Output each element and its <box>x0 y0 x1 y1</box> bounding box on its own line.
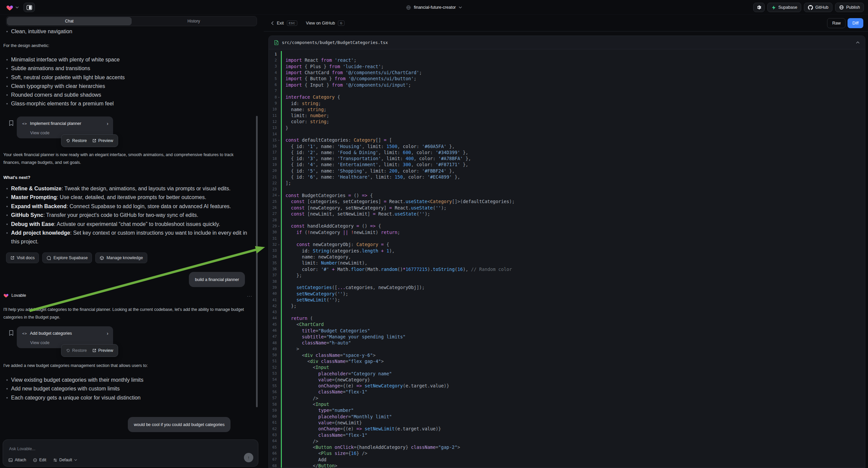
mode-selector[interactable]: Default <box>53 458 77 462</box>
whats-next-heading: What's next? <box>3 175 254 180</box>
code-line: 25 const [categories, setCategories] = R… <box>269 198 865 204</box>
view-on-github-button[interactable]: View on GitHub <box>306 21 335 26</box>
publish-globe-icon <box>839 5 844 10</box>
code-line: 41 setNewLimit(''); <box>269 297 865 303</box>
diff-added-bar <box>281 340 282 346</box>
code-line: 3import { Plus } from 'lucide-react'; <box>269 63 865 69</box>
code-line: 13} <box>269 125 865 131</box>
esc-shortcut-badge: ESC <box>287 21 297 26</box>
code-icon: <> <box>22 331 27 336</box>
diff-added-bar <box>281 204 282 210</box>
g-shortcut-badge: G <box>338 21 344 26</box>
list-item: Expand with Backend: Connect Supabase to… <box>3 202 249 211</box>
diff-added-bar <box>281 186 282 193</box>
diff-added-bar <box>281 260 282 266</box>
bookmark-icon[interactable] <box>9 120 14 126</box>
preview-button[interactable]: Preview <box>92 348 113 353</box>
user-message: would be cool if you could add budget ca… <box>128 417 230 432</box>
exit-button[interactable]: Exit <box>277 21 284 26</box>
list-item: Add project knowledge: Set key context o… <box>3 229 249 246</box>
supabase-button[interactable]: Supabase <box>767 3 801 12</box>
chevron-right-icon[interactable]: › <box>107 331 108 336</box>
code-line: 20 { id: '5', name: 'Shopping', limit: 2… <box>269 168 865 174</box>
raw-toggle-button[interactable]: Raw <box>827 18 845 28</box>
code-line: 43 <box>269 309 865 315</box>
diff-added-bar <box>281 100 282 106</box>
restore-button[interactable]: Restore <box>66 138 87 143</box>
settings-button[interactable] <box>753 3 765 12</box>
diff-added-bar <box>281 278 282 284</box>
fold-chevron-icon: ⌄ <box>277 193 281 198</box>
diff-added-bar <box>281 309 282 315</box>
code-line: 5import { Button } from '@/components/ui… <box>269 76 865 82</box>
edit-button[interactable]: Edit <box>33 458 46 462</box>
design-intro: For the design aesthetic: <box>3 42 254 50</box>
list-item: Debug with Ease: Activate our experiment… <box>3 220 249 229</box>
preview-button[interactable]: Preview <box>92 138 113 143</box>
file-path: src/components/budget/BudgetCategories.t… <box>282 40 856 45</box>
quick-actions: Visit docs Explore Supabase Manage knowl… <box>6 253 147 263</box>
diff-toggle-button[interactable]: Diff <box>847 18 863 28</box>
diff-added-bar <box>281 143 282 149</box>
visit-docs-button[interactable]: Visit docs <box>6 253 39 263</box>
supabase-bolt-icon <box>771 5 776 10</box>
code-line: 10 name: string; <box>269 107 865 113</box>
diff-added-bar <box>281 241 282 247</box>
tab-history[interactable]: History <box>131 17 256 25</box>
diff-added-bar <box>281 107 282 113</box>
target-icon <box>33 458 37 462</box>
code-line: 26 const [newCategory, setNewCategory] =… <box>269 204 865 210</box>
code-icon: <> <box>22 121 27 126</box>
code-line: 38 <box>269 278 865 284</box>
code-editor[interactable]: 12import React from 'react';3import { Pl… <box>269 49 865 468</box>
code-line: 12 color: string; <box>269 118 865 124</box>
bookmark-icon[interactable] <box>9 330 14 336</box>
code-line: 48 className="h-auto" <box>269 340 865 346</box>
diff-added-bar <box>281 254 282 260</box>
chat-scrollbar[interactable] <box>256 116 258 407</box>
list-item: Refine & Customize: Tweak the design, an… <box>3 184 249 193</box>
project-chevron-icon[interactable] <box>459 6 462 8</box>
diff-added-bar <box>281 266 282 272</box>
restore-icon <box>66 139 70 143</box>
explore-supabase-button[interactable]: Explore Supabase <box>42 253 92 263</box>
code-line: 31 <box>269 235 865 241</box>
diff-added-bar <box>281 346 282 352</box>
chat-input-box[interactable]: Ask Lovable... Attach Edit Default ↑ <box>3 439 258 467</box>
code-line: 54 value={newCategory} <box>269 377 865 383</box>
send-button[interactable]: ↑ <box>244 453 253 462</box>
restore-button[interactable]: Restore <box>66 348 87 353</box>
code-line: 37 }; <box>269 272 865 278</box>
message-more-button[interactable]: ··· <box>247 293 252 298</box>
chevron-right-icon[interactable]: › <box>107 121 108 126</box>
diff-added-bar <box>281 63 282 69</box>
manage-knowledge-button[interactable]: Manage knowledge <box>95 253 147 263</box>
assistant-header: Lovable <box>3 293 26 298</box>
assistant-paragraph: Your sleek financial planner is now read… <box>3 151 240 167</box>
code-line: 15⌄const defaultCategories: Category[] =… <box>269 137 865 143</box>
tab-chat[interactable]: Chat <box>7 17 131 25</box>
chat-bubble-icon <box>46 256 51 260</box>
restore-icon <box>66 349 70 352</box>
diff-added-bar <box>281 370 282 376</box>
file-header[interactable]: src/components/budget/BudgetCategories.t… <box>269 36 865 49</box>
external-link-icon <box>10 256 14 260</box>
code-line: 29⌄ const handleAddCategory = () => { <box>269 223 865 229</box>
version-title: Add budget categories <box>30 331 104 336</box>
publish-button[interactable]: Publish <box>835 3 864 12</box>
collapse-chevron-up-icon[interactable] <box>856 41 860 43</box>
code-line: 46 title="Budget Categories" <box>269 327 865 333</box>
project-title[interactable]: financial-future-creator <box>414 5 456 10</box>
code-line: 7 <box>269 88 865 94</box>
diff-added-bar <box>281 82 282 88</box>
diff-added-bar <box>281 51 282 57</box>
github-button[interactable]: GitHub <box>804 3 832 12</box>
diff-added-bar <box>281 193 282 198</box>
attach-button[interactable]: Attach <box>8 458 26 462</box>
list-item: Clean, intuitive navigation <box>3 29 252 34</box>
code-line: 22]; <box>269 180 865 186</box>
list-item: Subtle animations and transitions <box>3 66 252 71</box>
diff-added-bar <box>281 407 282 413</box>
list-item: GitHub Sync: Transfer your project's cod… <box>3 211 249 220</box>
code-line: 68 </Button> <box>269 463 865 468</box>
